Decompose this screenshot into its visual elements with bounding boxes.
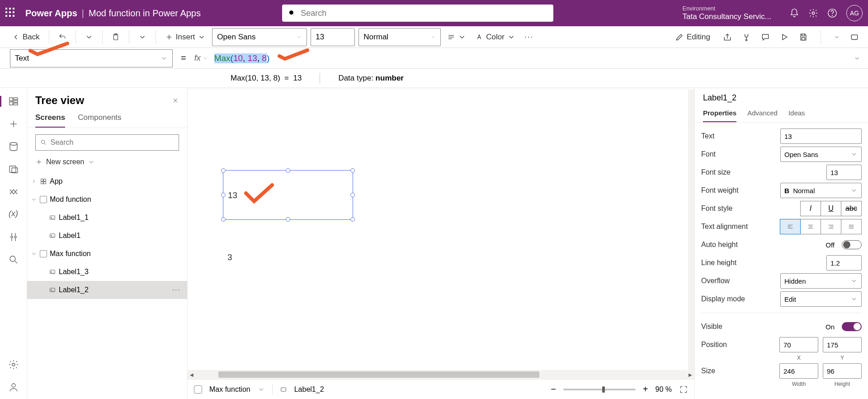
tree-item-more[interactable]: ··· (172, 286, 181, 294)
color-button[interactable]: Color (472, 31, 518, 43)
scroll-right-icon[interactable]: ▶ (686, 372, 694, 377)
autoheight-toggle[interactable] (842, 240, 862, 249)
share-icon[interactable] (723, 33, 732, 42)
resize-handle[interactable] (221, 193, 226, 197)
settings-icon[interactable] (808, 8, 818, 18)
horizontal-scrollbar[interactable]: ◀ ▶ (188, 370, 694, 379)
rail-variables[interactable]: (x) (8, 209, 19, 220)
prop-lineheight-input[interactable]: 1.2 (826, 255, 862, 271)
canvas[interactable]: 13 3 (188, 90, 694, 370)
zoom-slider[interactable] (563, 389, 636, 390)
paste-button[interactable] (109, 31, 123, 43)
rail-virtual-agent[interactable] (8, 382, 19, 393)
comments-icon[interactable] (761, 33, 770, 42)
tree-search[interactable] (35, 134, 179, 151)
close-icon[interactable] (172, 97, 179, 104)
underline-button[interactable]: U (821, 201, 841, 216)
visible-toggle[interactable] (842, 322, 862, 331)
editing-mode[interactable]: Editing (672, 31, 713, 43)
props-tab-ideas[interactable]: Ideas (788, 109, 805, 122)
prop-fontsize-input[interactable]: 13 (826, 165, 862, 180)
align-right-button[interactable] (821, 219, 841, 234)
prop-width-input[interactable]: 246 (779, 363, 818, 379)
paste-split[interactable] (136, 31, 149, 43)
footer-screen-name[interactable]: Max function (209, 385, 250, 394)
fit-screen-icon[interactable] (679, 385, 688, 394)
tab-components[interactable]: Components (78, 113, 121, 128)
prop-displaymode-dropdown[interactable]: Edit (780, 291, 862, 307)
prop-fontweight-dropdown[interactable]: B Normal (780, 183, 862, 198)
resize-handle[interactable] (350, 193, 355, 197)
resize-handle[interactable] (350, 168, 355, 173)
prop-y-input[interactable]: 175 (823, 337, 862, 352)
rail-search[interactable] (8, 254, 19, 265)
user-avatar[interactable]: AG (846, 5, 863, 21)
align-button[interactable] (444, 31, 469, 43)
prop-overflow-dropdown[interactable]: Hidden (780, 273, 862, 289)
search-input[interactable] (301, 9, 547, 18)
rail-tree-view[interactable] (8, 96, 19, 107)
rail-power-automate[interactable] (8, 186, 19, 197)
footer-checkbox[interactable] (194, 385, 202, 394)
chevron-down-icon[interactable] (258, 386, 265, 393)
checkbox[interactable] (40, 250, 47, 257)
more-commands[interactable]: ··· (522, 31, 536, 43)
tree-item-max-function[interactable]: Max function (27, 245, 187, 263)
notifications-icon[interactable] (789, 8, 799, 18)
prop-text-input[interactable]: 13 (780, 128, 862, 144)
publish-icon[interactable] (850, 33, 859, 42)
new-screen-button[interactable]: New screen (27, 154, 187, 170)
scroll-thumb[interactable] (218, 371, 539, 378)
preview-icon[interactable] (780, 33, 789, 42)
italic-button[interactable]: I (800, 201, 821, 216)
insert-button[interactable]: Insert (162, 31, 209, 43)
rail-advanced-tools[interactable] (8, 232, 19, 242)
font-size-input[interactable]: 13 (311, 28, 355, 46)
app-checker-icon[interactable] (742, 33, 751, 42)
zoom-in-button[interactable]: + (643, 384, 648, 394)
undo-split[interactable] (82, 31, 96, 43)
resize-handle[interactable] (350, 217, 355, 222)
tree-item-label1-1[interactable]: Label1_1 (27, 209, 187, 227)
rail-data[interactable] (8, 141, 19, 152)
align-left-button[interactable] (780, 219, 801, 234)
environment-picker[interactable]: Environment Tata Consultancy Servic... (682, 5, 771, 21)
tree-item-label1-3[interactable]: Label1_3 (27, 263, 187, 281)
global-search[interactable] (282, 5, 553, 22)
help-icon[interactable] (827, 8, 837, 18)
tree-search-input[interactable] (51, 138, 174, 147)
selected-control[interactable]: 13 (223, 170, 353, 220)
expand-formula-icon[interactable] (854, 55, 861, 62)
prop-height-input[interactable]: 96 (823, 363, 862, 379)
strikethrough-button[interactable]: abc (841, 201, 862, 216)
prop-font-dropdown[interactable]: Open Sans (780, 147, 862, 162)
checkbox[interactable] (40, 196, 47, 203)
props-tab-properties[interactable]: Properties (703, 109, 736, 122)
tree-item-label1[interactable]: Label1 (27, 227, 187, 245)
props-tab-advanced[interactable]: Advanced (747, 109, 778, 122)
align-justify-button[interactable] (841, 219, 862, 234)
footer-control-name[interactable]: Label1_2 (294, 385, 324, 394)
font-family-dropdown[interactable]: Open Sans (212, 28, 307, 46)
scroll-left-icon[interactable]: ◀ (188, 372, 196, 377)
formula-bar[interactable]: Max(10, 13, 8) (214, 53, 854, 63)
rail-insert[interactable] (8, 119, 19, 129)
property-selector[interactable]: Text (10, 49, 173, 67)
resize-handle[interactable] (286, 217, 290, 222)
prop-x-input[interactable]: 70 (779, 337, 818, 352)
resize-handle[interactable] (286, 168, 290, 173)
tree-item-mod-function[interactable]: Mod function (27, 190, 187, 209)
fx-label[interactable]: fx (194, 53, 208, 63)
tab-screens[interactable]: Screens (35, 113, 65, 128)
tree-item-app[interactable]: App (27, 172, 187, 190)
tree-item-label1-2[interactable]: Label1_2 ··· (27, 281, 187, 299)
app-launcher-icon[interactable] (5, 8, 16, 19)
save-split[interactable] (834, 34, 840, 40)
font-weight-dropdown[interactable]: Normal (359, 28, 441, 46)
rail-settings[interactable] (8, 359, 19, 370)
rail-media[interactable] (8, 164, 19, 175)
zoom-out-button[interactable]: − (551, 384, 556, 394)
resize-handle[interactable] (221, 168, 226, 173)
align-center-button[interactable] (800, 219, 821, 234)
resize-handle[interactable] (221, 217, 226, 222)
